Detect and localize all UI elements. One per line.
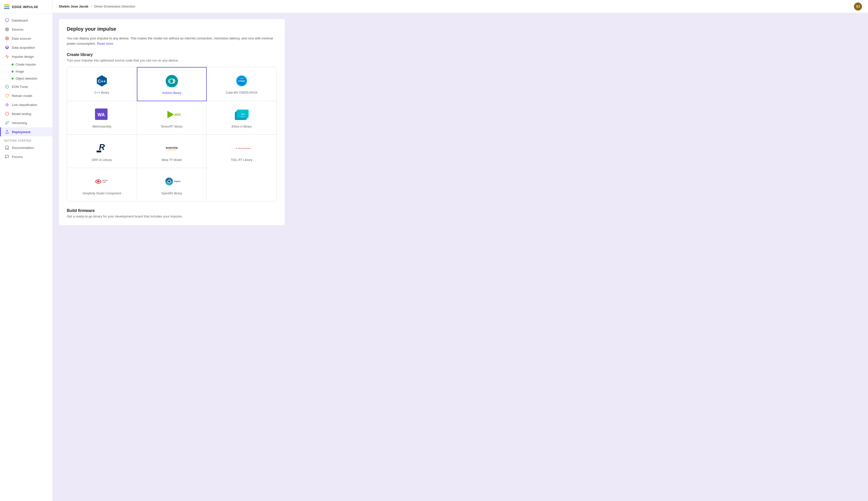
library-item-cubemx[interactable]: STM32 Cube Cube.MX CMSIS-PACK — [207, 67, 277, 101]
eon-icon — [5, 84, 9, 89]
svg-marker-18 — [6, 103, 9, 106]
svg-text:✦: ✦ — [236, 147, 237, 149]
svg-rect-3 — [6, 28, 9, 31]
svg-point-15 — [7, 38, 8, 39]
library-item-tidlrt[interactable]: ✦ TEXAS INSTRUMENTS TIDL-RT Library — [207, 135, 277, 168]
tensorrt-logo: NVIDIA . — [163, 107, 181, 122]
svg-text:STM32: STM32 — [238, 80, 245, 82]
brainchip-logo: brainchip MetaTF Model — [163, 141, 181, 156]
page-body: Deploy your impulse You can deploy your … — [53, 13, 868, 501]
svg-text:arm: arm — [241, 113, 245, 115]
brainchip-label: Meta TF Model — [161, 158, 182, 162]
subitem-object-detection[interactable]: Object detection — [8, 75, 53, 82]
project-name: Driver Drowsiness Detection — [94, 4, 135, 8]
tidlrt-logo: ✦ TEXAS INSTRUMENTS — [233, 141, 250, 156]
library-item-openmv[interactable]: OpenMV OpenMV library — [137, 168, 207, 201]
logo-text: EDGE IMPULSE — [12, 5, 38, 9]
dot-icon — [12, 78, 13, 79]
zap-icon — [5, 103, 9, 107]
sidebar-item-data-acquisition[interactable]: Data acquisition — [0, 43, 53, 52]
sidebar-item-versioning[interactable]: Versioning — [0, 118, 53, 127]
sidebar-item-label: Deployment — [12, 130, 30, 134]
box-icon — [5, 111, 9, 116]
tensorrt-label: TensorRT library — [161, 125, 183, 128]
dot-icon — [12, 71, 13, 73]
sidebar-item-devices[interactable]: Devices — [0, 25, 53, 34]
subitem-create-impulse[interactable]: Create impulse — [8, 61, 53, 68]
cpu-icon — [5, 27, 9, 32]
library-item-simplicity[interactable]: SILICON LABS Simplicity Studio Component — [67, 168, 137, 201]
drpai-label: DRP-AI Library — [92, 158, 112, 162]
deploy-description: You can deploy your impulse to any devic… — [67, 36, 277, 46]
sidebar-item-label: Forums — [12, 155, 23, 159]
separator: / — [91, 4, 92, 8]
cubemx-logo: STM32 Cube — [233, 73, 250, 88]
sidebar-item-forums[interactable]: Forums — [0, 152, 53, 161]
sidebar-item-dashboard[interactable]: Dashboard — [0, 16, 53, 25]
svg-text:WA: WA — [97, 112, 105, 117]
sidebar-item-eon-tuner[interactable]: EON Tuner — [0, 82, 53, 91]
sidebar-item-deployment[interactable]: Deployment — [0, 127, 53, 136]
sidebar-item-label: Model testing — [12, 112, 31, 116]
subitem-image[interactable]: Image — [8, 68, 53, 75]
breadcrumb: Shebin Jose Jacob / Driver Drowsiness De… — [59, 4, 135, 8]
svg-text:TEXAS INSTRUMENTS: TEXAS INSTRUMENTS — [238, 148, 250, 149]
svg-text:ARDUINO: ARDUINO — [167, 85, 177, 87]
activity-icon — [5, 54, 9, 59]
avatar[interactable]: SJ — [854, 2, 862, 11]
openmv-logo: OpenMV — [163, 174, 181, 189]
book-icon — [5, 146, 9, 150]
svg-rect-4 — [7, 29, 8, 30]
library-item-cpp[interactable]: C++ C++ library — [67, 67, 137, 101]
sidebar-item-live-classification[interactable]: Live classification — [0, 100, 53, 109]
upload-icon — [5, 130, 9, 134]
tidlrt-label: TIDL-RT Library — [231, 158, 253, 162]
sidebar-item-label: Impulse design — [12, 55, 34, 58]
svg-point-58 — [168, 180, 170, 182]
svg-rect-47 — [97, 150, 101, 152]
read-more-link[interactable]: Read more. — [97, 42, 114, 45]
sidebar-item-label: Dashboard — [12, 19, 28, 22]
svg-text:LABS: LABS — [102, 181, 106, 183]
cpp-label: C++ library — [94, 91, 109, 94]
library-item-brainchip[interactable]: brainchip MetaTF Model Meta TF Model — [137, 135, 207, 168]
sidebar-item-retrain-model[interactable]: Retrain model — [0, 91, 53, 100]
sidebar-item-label: Documentation — [12, 146, 34, 150]
sidebar-item-label: Retrain model — [12, 94, 32, 98]
create-library-title: Create library — [67, 53, 277, 57]
library-item-drpai[interactable]: R DRP-AI Library — [67, 135, 137, 168]
arduino-logo: ARDUINO — [163, 74, 181, 89]
sidebar-item-label: Versioning — [12, 121, 27, 125]
simplicity-logo: SILICON LABS — [93, 174, 111, 189]
logo: EDGE IMPULSE — [0, 0, 53, 14]
library-item-webassembly[interactable]: WA WebAssembly — [67, 101, 137, 135]
openmv-label: OpenMV library — [161, 192, 182, 195]
svg-text:.: . — [167, 118, 167, 119]
webassembly-logo: WA — [93, 107, 111, 122]
library-item-tensorrt[interactable]: NVIDIA . TensorRT library — [137, 101, 207, 135]
svg-point-21 — [6, 123, 7, 124]
deploy-card: Deploy your impulse You can deploy your … — [59, 19, 285, 225]
getting-started-label: GETTING STARTED — [0, 136, 53, 143]
username: Shebin Jose Jacob — [59, 4, 88, 8]
drpai-logo: R — [93, 141, 111, 156]
sidebar: EDGE IMPULSE Dashboard Devices Data sour… — [0, 0, 53, 501]
svg-rect-0 — [5, 19, 9, 21]
ethosu-logo: arm Ethos — [233, 107, 250, 122]
sidebar-item-impulse-design[interactable]: Impulse design — [0, 52, 53, 61]
library-item-arduino[interactable]: ARDUINO Arduino library — [137, 67, 207, 101]
svg-text:SILICON: SILICON — [102, 180, 108, 181]
monitor-icon — [5, 18, 9, 23]
library-item-ethosu[interactable]: arm Ethos Ethos-U library — [207, 101, 277, 135]
sidebar-item-documentation[interactable]: Documentation — [0, 143, 53, 152]
sidebar-item-data-sources[interactable]: Data sources — [0, 34, 53, 43]
sidebar-item-label: Data acquisition — [12, 46, 35, 50]
dot-icon — [12, 64, 13, 65]
sidebar-item-model-testing[interactable]: Model testing — [0, 109, 53, 118]
arduino-label: Arduino library — [162, 91, 181, 95]
svg-point-14 — [6, 38, 8, 40]
svg-text:NVIDIA: NVIDIA — [174, 113, 181, 117]
main-content: Shebin Jose Jacob / Driver Drowsiness De… — [53, 0, 868, 501]
impulse-subitems: Create impulse Image Object detection — [0, 61, 53, 82]
svg-point-20 — [8, 121, 9, 122]
